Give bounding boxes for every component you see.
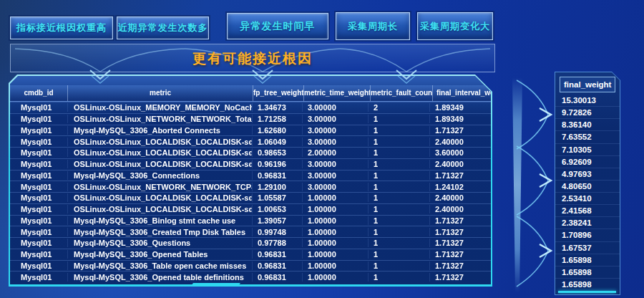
table-header-row: cmdb_idmetricfp_tree_weightmetric_time_w… [10,85,491,102]
cell-metric_time_weight: 3.00000 [302,138,368,146]
cell-metric_time_weight: 3.00000 [302,103,368,112]
cell-metric: Mysql-MySQL_3306_Aborted Connects [67,126,252,135]
final-weight-value: 15.30013 [555,95,620,106]
final-weight-header: final_weight [560,77,615,92]
table-row: Mysql01OSLinux-OSLinux_MEMORY_MEMORY_NoC… [10,102,491,113]
final-weight-value: 9.72826 [555,106,620,118]
cell-fp_tree_weight: 0.97788 [252,239,302,247]
final-weight-value: 6.92609 [555,155,620,168]
cell-cmdb_id: Mysql01 [10,138,67,146]
cell-metric_fault_count: 1 [368,261,429,270]
table-row: Mysql01Mysql-MySQL_3306_Table open cache… [10,260,491,271]
cell-cmdb_id: Mysql01 [10,205,67,213]
cell-metric: Mysql-MySQL_3306_Table open cache misses [67,261,252,270]
cell-cmdb_id: Mysql01 [10,126,67,135]
cell-fp_tree_weight: 1.34673 [252,103,302,112]
cell-metric_fault_count: 2 [368,103,429,112]
cell-metric: OSLinux-OSLinux_LOCALDISK_LOCALDISK-sda_… [67,160,252,168]
cell-metric: OSLinux-OSLinux_LOCALDISK_LOCALDISK-sdc_… [67,205,252,213]
table-row: Mysql01OSLinux-OSLinux_LOCALDISK_LOCALDI… [10,203,491,215]
cell-final_interval_weight: 1.71327 [429,228,491,236]
filter-button-anomaly-time-early[interactable]: 异常发生时间早 [227,13,328,39]
filter-button-collect-cycle-change[interactable]: 采集周期变化大 [417,12,493,40]
cell-final_interval_weight: 1.71327 [429,216,491,225]
final-weight-value: 4.80650 [555,180,620,192]
table-row: Mysql01Mysql-MySQL_3306_Opened table def… [10,271,491,282]
final-weight-value: 1.67537 [555,241,620,254]
cell-cmdb_id: Mysql01 [10,193,67,202]
cell-fp_tree_weight: 0.96196 [252,160,302,168]
column-header-final_interval_weight: final_interval_weight [432,85,494,101]
cell-metric_fault_count: 1 [368,171,429,180]
cell-metric_time_weight: 1.00000 [302,216,368,225]
cell-metric_fault_count: 1 [368,138,429,146]
cell-metric: OSLinux-OSLinux_MEMORY_MEMORY_NoCacheMem… [67,103,252,112]
cell-final_interval_weight: 1.24102 [429,183,491,191]
cell-fp_tree_weight: 0.96831 [252,273,302,282]
final-weight-value: 1.65898 [555,254,620,266]
cell-metric_time_weight: 1.00000 [302,261,368,270]
cell-cmdb_id: Mysql01 [10,183,67,191]
cell-cmdb_id: Mysql01 [10,250,67,259]
cell-metric_fault_count: 1 [368,239,429,247]
cell-metric_fault_count: 1 [368,216,429,225]
table-row: Mysql01OSLinux-OSLinux_LOCALDISK_LOCALDI… [10,192,491,203]
cell-final_interval_weight: 1.89349 [429,115,491,123]
cell-cmdb_id: Mysql01 [10,171,67,180]
cell-metric: Mysql-MySQL_3306_Connections [67,171,252,180]
cell-metric: OSLinux-OSLinux_LOCALDISK_LOCALDISK-sda_… [67,148,252,157]
table-row: Mysql01OSLinux-OSLinux_NETWORK_NETWORK_T… [10,181,491,192]
filter-button-recent-anomaly-count[interactable]: 近期异常发生次数多 [117,16,209,39]
cell-cmdb_id: Mysql01 [10,228,67,236]
metric-weight-table: cmdb_idmetricfp_tree_weightmetric_time_w… [9,74,492,287]
filter-button-label: 采集周期长 [348,20,398,33]
cell-final_interval_weight: 1.71327 [429,261,491,270]
banner-title: 更有可能接近根因 [11,49,494,68]
cell-fp_tree_weight: 0.96831 [252,261,302,270]
cell-fp_tree_weight: 1.00653 [252,205,302,213]
cell-metric: OSLinux-OSLinux_LOCALDISK_LOCALDISK-sda_… [67,138,252,146]
cell-final_interval_weight: 1.71327 [429,250,491,259]
cell-metric_fault_count: 1 [368,183,429,191]
final-weight-value: 2.38241 [555,216,620,229]
cell-metric_time_weight: 2.00000 [302,148,368,157]
filter-button-weight-high[interactable]: 指标接近根因权重高 [10,16,113,39]
filter-button-label: 近期异常发生次数多 [118,21,208,34]
cell-metric_time_weight: 3.00000 [302,115,368,123]
cell-metric_fault_count: 1 [368,126,429,135]
cell-final_interval_weight: 2.40000 [429,205,491,213]
cell-fp_tree_weight: 0.98653 [252,148,302,157]
cell-fp_tree_weight: 1.06049 [252,138,302,146]
cell-cmdb_id: Mysql01 [10,160,67,168]
cell-metric: Mysql-MySQL_3306_Binlog stmt cache use [67,216,252,225]
filter-button-label: 异常发生时间早 [240,20,316,33]
cell-cmdb_id: Mysql01 [10,148,67,157]
cell-metric: Mysql-MySQL_3306_Opened table definition… [67,273,252,282]
cell-cmdb_id: Mysql01 [10,261,67,270]
cell-metric_time_weight: 3.00000 [302,160,368,168]
final-weight-value: 7.10305 [555,143,620,155]
cell-metric_fault_count: 1 [368,115,429,123]
cell-metric_time_weight: 1.00000 [302,193,368,202]
cell-final_interval_weight: 1.71327 [429,273,491,282]
final-weight-value: 4.97693 [555,168,620,180]
table-row: Mysql01Mysql-MySQL_3306_Binlog stmt cach… [10,215,491,226]
table-row: Mysql01Mysql-MySQL_3306_Opened Tables0.9… [10,249,491,260]
cell-fp_tree_weight: 0.99748 [252,228,302,236]
cell-cmdb_id: Mysql01 [10,273,67,282]
cell-metric_fault_count: 1 [368,160,429,168]
cell-fp_tree_weight: 1.71258 [252,115,302,123]
cell-cmdb_id: Mysql01 [10,239,67,247]
cell-final_interval_weight: 1.71327 [429,126,491,135]
column-header-metric_time_weight: metric_time_weight [303,85,370,101]
final-weight-panel: final_weight 15.300139.728268.361407.635… [555,72,620,295]
cell-fp_tree_weight: 1.39057 [252,216,302,225]
filter-button-collect-cycle-long[interactable]: 采集周期长 [336,12,410,40]
cell-fp_tree_weight: 1.29100 [252,183,302,191]
cell-fp_tree_weight: 1.62680 [252,126,302,135]
cell-metric_time_weight: 3.00000 [302,126,368,135]
column-header-fp_tree_weight: fp_tree_weight [253,85,303,101]
final-weight-list: 15.300139.728268.361407.635527.103056.92… [555,95,620,290]
cell-metric_fault_count: 1 [368,148,429,157]
cell-metric_time_weight: 1.00000 [302,239,368,247]
